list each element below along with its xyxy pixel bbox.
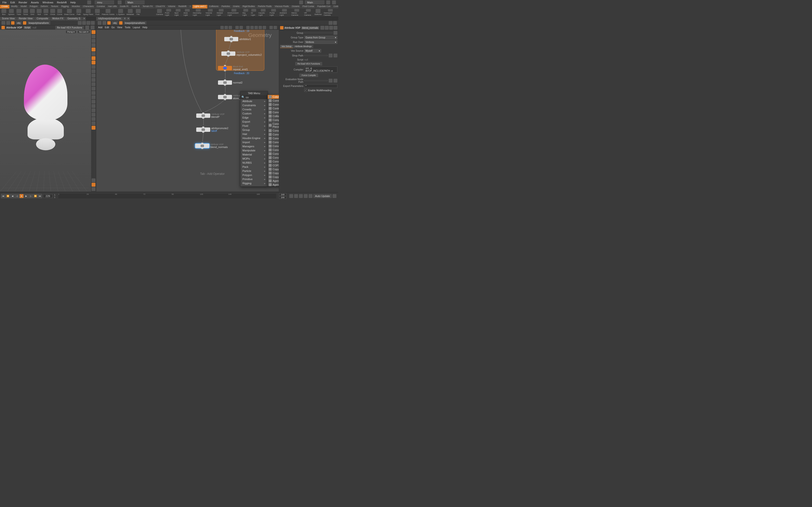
shoppath-goto-icon[interactable] [334,54,337,57]
vt-btn-3-icon[interactable] [92,43,95,47]
shelf-b-fluid-contai[interactable]: Fluid Contai [301,5,316,8]
tabmenu-result-convert-line[interactable]: Convert Line [268,136,279,140]
tool-sphere[interactable]: Sphere [8,9,14,16]
node-blend-normals[interactable]: Attribute VOPblend_normals [195,143,227,149]
tabmenu-cat-export[interactable]: Export▸ [241,120,267,124]
camera-dropdown[interactable]: No cam ▾ [77,30,90,34]
vt-btn-20-icon[interactable] [92,117,95,121]
tl-first-icon[interactable]: ⏮ [1,194,5,198]
tool-platonic-solids[interactable]: Platonic Solids [102,9,114,16]
tool-caustic-light[interactable]: Caustic Light [258,9,267,16]
tool-curve[interactable]: Curve [57,9,62,16]
force-compile-button[interactable]: Force Compile [299,74,318,77]
tl-ico-2[interactable] [294,194,298,198]
tool-font[interactable]: Font [95,9,100,16]
vt-bottom-3-icon[interactable] [92,187,95,191]
tabmenu-cat-attribute[interactable]: Attribute▸ [241,99,267,103]
tabmenu-cat-crowds[interactable]: Crowds▸ [241,107,267,112]
node-attribpromote2[interactable]: attribpromote2falloff [196,127,229,132]
node-repeat-end1[interactable]: Block Endrepeat_end1 [218,65,248,71]
tabmenu-cat-nurbs[interactable]: NURBS▸ [241,161,267,165]
path-opt2-icon[interactable] [87,21,90,25]
desktop-selector[interactable]: mnu [95,0,114,4]
lefttab-geometry-s[interactable]: Geometry S [65,17,83,20]
runover-select[interactable]: Vertices▾ [304,40,337,44]
tabmenu-result-copy-and-transform[interactable]: Copy and Transform [268,167,279,171]
tl-last-icon[interactable]: ⏭ [38,194,42,198]
lefttab-motion-fx[interactable]: Motion FX [51,17,66,20]
tool-portal-light[interactable]: Portal Light [270,9,278,16]
param-h-icon[interactable] [325,26,329,30]
current-frame-input[interactable]: 229 [43,194,53,198]
net-path-obj[interactable]: obj [112,21,118,24]
shelf-b-viscous-fluids[interactable]: Viscous Fluids [273,5,290,8]
lefttab-composite[interactable]: Composite [35,17,51,20]
tl-play-back-icon[interactable]: ◁ [15,194,19,198]
vt-btn-1-icon[interactable] [92,35,95,38]
vt-btn-17-icon[interactable] [92,104,95,108]
vt-btn-18-icon[interactable] [92,108,95,112]
evalpath-input[interactable] [304,80,328,81]
tabmenu-result-agent-configure-joints[interactable]: Agent Configure Joints [268,183,279,186]
menu-assets[interactable]: Assets [31,1,39,4]
vt-btn-6-icon[interactable] [92,56,95,60]
tool-geometry-light[interactable]: Geometry Light [193,9,204,16]
tabmenu-result-convert[interactable]: Convert [268,110,279,114]
menu-render[interactable]: Render [18,1,27,4]
vt-btn-5-icon[interactable] [92,52,95,56]
tool-tube[interactable]: Tube [16,9,21,16]
shelf-a-rigging[interactable]: Rigging [60,5,70,8]
tabmenu-result-convert-tets[interactable]: Convert Tets [268,144,279,148]
net-menu-edit[interactable]: Edit [105,26,109,29]
shelf-a-model[interactable]: Model [19,5,28,8]
path-obj[interactable]: obj [15,21,22,24]
net-opt-icon[interactable] [333,21,337,25]
shelf-b-grains[interactable]: Grains [232,5,241,8]
vt-btn-7-icon[interactable] [92,61,95,64]
lefttab-render-view[interactable]: Render View [17,17,35,20]
compiler-input[interactable]: vcc -q $VOP_INCLUDEPATH -o [304,66,337,73]
tool-null[interactable]: Null [37,9,42,16]
path-back-icon[interactable] [1,21,5,25]
tool-torus[interactable]: Torus [23,9,28,16]
menu-windows[interactable]: Windows [43,1,53,4]
evalpath-goto-icon[interactable] [334,79,337,82]
shelf-a-texture[interactable]: Texture [50,5,60,8]
tabmenu-cat-constraints[interactable]: Constraints▸ [241,103,267,107]
lefttab-add[interactable]: + [83,17,86,20]
tl-prev-key-icon[interactable]: ⏪ [6,194,10,198]
tl-ico-5[interactable] [309,194,312,198]
tabmenu-cat-fluid[interactable]: Fluid▸ [241,124,267,128]
tabmenu-cat-material[interactable]: Material▸ [241,153,267,157]
tabmenu-cat-hair[interactable]: Hair▸ [241,132,267,136]
shelf-a-create[interactable]: Create [0,5,9,8]
tl-step-back-icon[interactable]: ◀ [10,194,14,198]
tool-spot-light[interactable]: Spot Light [174,9,182,16]
param-gear-icon[interactable] [320,26,324,30]
menu-file[interactable]: File [2,1,7,4]
tab-vex-setup[interactable]: Vex Setup [280,45,293,48]
param-q-icon[interactable] [329,26,333,30]
menu-redshift[interactable]: Redshift [57,1,66,4]
tabmenu-result-connectivity[interactable]: Connectivity [268,103,279,107]
tool-box[interactable]: Box [1,9,6,16]
tool-file[interactable]: File [136,9,141,16]
tabmenu-cat-houdini-engine[interactable]: Houdini Engine▸ [241,136,267,140]
tabmenu-result-agent-collision-layer[interactable]: Agent Collision Layer [268,179,279,183]
shelf-a-hair utils[interactable]: Hair Utils [107,5,118,8]
shoppath-open-icon[interactable] [329,54,333,57]
net-fwd-icon[interactable] [102,21,106,25]
net-menu-help[interactable]: Help [142,26,147,29]
tabmenu-cat-group[interactable]: Group▸ [241,128,267,132]
tool-draw-curve[interactable]: Draw Curve [64,9,74,16]
tabmenu-result-comb[interactable]: Comb [268,99,279,103]
shelf-a-characters[interactable]: Characters [82,5,95,8]
node-attribblur1[interactable]: attribblur1 [224,37,251,41]
vt-btn-15-icon[interactable] [92,95,95,99]
tabmenu-cat-terrain[interactable]: Terrain▸ [241,185,267,187]
end-frame-2[interactable] [279,196,286,199]
tool-gamepad-camera[interactable]: Gamepad Camera [324,9,337,16]
net-tb-6-icon[interactable] [246,26,250,29]
help-icon[interactable] [332,0,336,4]
reload-vex-button[interactable]: Re-load VEX Functions [55,26,84,30]
